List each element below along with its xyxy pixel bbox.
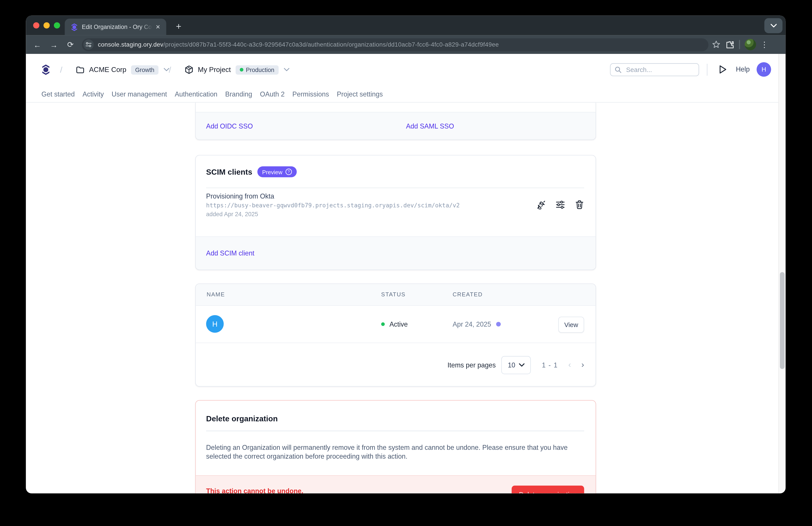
- package-icon: [185, 65, 193, 74]
- tab-project-settings[interactable]: Project settings: [337, 90, 383, 98]
- view-button[interactable]: View: [558, 317, 584, 333]
- environment-badge: Production: [235, 65, 278, 74]
- tab-user-management[interactable]: User management: [112, 90, 167, 98]
- page-size-select[interactable]: 10: [502, 356, 531, 374]
- page-range-label: 1 - 1: [542, 361, 558, 369]
- sso-card: Add OIDC SSO Add SAML SSO: [195, 103, 596, 140]
- preview-badge[interactable]: Preview ?: [258, 166, 297, 177]
- project-switcher[interactable]: My Project Production: [185, 54, 289, 85]
- search-icon: [615, 66, 622, 73]
- run-button[interactable]: [719, 65, 728, 74]
- trash-icon: [575, 200, 584, 209]
- project-nav: Get started Activity User management Aut…: [42, 85, 383, 102]
- help-link[interactable]: Help: [736, 65, 750, 73]
- reload-button[interactable]: ⟳: [63, 37, 78, 52]
- close-window-button[interactable]: [33, 22, 39, 28]
- table-row[interactable]: H Active Apr 24, 2025 View: [196, 305, 596, 343]
- workspace-switcher[interactable]: ACME Corp Growth: [76, 54, 170, 85]
- next-page-button[interactable]: ›: [581, 360, 584, 369]
- pagination: Items per pages 10 1 - 1 ‹ ›: [196, 342, 596, 386]
- close-tab-icon[interactable]: ✕: [154, 23, 162, 31]
- ory-logo[interactable]: [42, 54, 50, 85]
- production-status-dot: [240, 68, 243, 71]
- test-connection-button[interactable]: [536, 199, 547, 211]
- tab-get-started[interactable]: Get started: [42, 90, 75, 98]
- ory-console-page: / ACME Corp Growth / My Project Producti…: [26, 54, 785, 493]
- site-settings-icon: [85, 42, 91, 48]
- tab-search-button[interactable]: [764, 18, 782, 33]
- browser-menu-icon[interactable]: ⋮: [760, 42, 768, 47]
- macos-window-controls: [33, 22, 60, 28]
- sliders-icon: [555, 200, 565, 209]
- browser-tab[interactable]: Edit Organization - Ory Console ✕: [64, 18, 166, 35]
- previous-page-button[interactable]: ‹: [568, 360, 571, 369]
- play-icon: [719, 65, 727, 74]
- page-scrollbar-track[interactable]: [778, 54, 785, 493]
- header-divider: [707, 64, 707, 76]
- column-name: NAME: [206, 291, 225, 297]
- tab-activity[interactable]: Activity: [83, 90, 104, 98]
- project-name: My Project: [198, 66, 231, 73]
- desktop-background: Edit Organization - Ory Console ✕ + ← → …: [0, 0, 812, 526]
- breadcrumb-separator: /: [169, 54, 171, 85]
- new-tab-button[interactable]: +: [172, 20, 185, 34]
- add-saml-sso-link[interactable]: Add SAML SSO: [406, 122, 454, 130]
- search-input[interactable]: [625, 66, 689, 74]
- toolbar-divider: [739, 40, 740, 49]
- plug-icon: [536, 200, 546, 209]
- scim-card-footer: Add SCIM client: [196, 236, 596, 269]
- breadcrumb-separator: /: [60, 54, 62, 85]
- forward-button[interactable]: →: [46, 37, 61, 52]
- url-text: console.staging.ory.dev/projects/d087b7a…: [98, 41, 499, 48]
- tab-title: Edit Organization - Ory Console: [82, 24, 154, 30]
- scim-clients-title: SCIM clients: [206, 167, 252, 176]
- ory-favicon: [71, 23, 78, 31]
- delete-organization-description: Deleting an Organization will permanentl…: [206, 443, 581, 461]
- delete-card-footer: This action cannot be undone. Delete org…: [196, 475, 596, 493]
- minimize-window-button[interactable]: [43, 22, 50, 28]
- site-settings-button[interactable]: [83, 39, 94, 50]
- divider: [206, 188, 584, 188]
- created-indicator-dot: [496, 322, 501, 326]
- sso-card-footer: Add OIDC SSO Add SAML SSO: [196, 112, 596, 139]
- fullscreen-window-button[interactable]: [54, 22, 60, 28]
- table-header: NAME STATUS CREATED: [196, 284, 596, 306]
- divider: [206, 431, 584, 431]
- delete-organization-title: Delete organization: [206, 414, 278, 423]
- delete-organization-button[interactable]: Delete organization: [512, 486, 584, 493]
- global-search[interactable]: [610, 63, 699, 76]
- organization-avatar: H: [206, 315, 224, 333]
- add-scim-client-link[interactable]: Add SCIM client: [206, 249, 255, 257]
- help-circle-icon: ?: [286, 169, 292, 175]
- user-avatar[interactable]: H: [757, 62, 771, 77]
- add-oidc-sso-link[interactable]: Add OIDC SSO: [206, 122, 253, 130]
- browser-actions: ⋮: [712, 39, 768, 51]
- extensions-icon[interactable]: [725, 40, 734, 49]
- browser-tab-strip: Edit Organization - Ory Console ✕ +: [26, 15, 785, 35]
- scim-clients-card: SCIM clients Preview ? Provisioning from…: [195, 155, 596, 270]
- browser-profile-avatar[interactable]: [744, 39, 756, 51]
- page-scrollbar-thumb[interactable]: [780, 272, 784, 369]
- folder-icon: [76, 66, 85, 73]
- workspace-name: ACME Corp: [89, 66, 127, 73]
- console-header: / ACME Corp Growth / My Project Producti…: [26, 54, 785, 85]
- tab-branding[interactable]: Branding: [225, 90, 252, 98]
- tab-authentication[interactable]: Authentication: [175, 90, 217, 98]
- configure-client-button[interactable]: [555, 199, 566, 211]
- irreversible-warning-text: This action cannot be undone.: [206, 487, 303, 493]
- address-bar[interactable]: console.staging.ory.dev/projects/d087b7a…: [82, 38, 709, 51]
- column-created: CREATED: [452, 291, 482, 297]
- plan-badge: Growth: [131, 65, 159, 74]
- chevron-down-icon: [519, 363, 525, 367]
- scim-client-url: https://busy-beaver-gqwvd0fb79.projects.…: [206, 202, 460, 209]
- tab-oauth2[interactable]: OAuth 2: [260, 90, 285, 98]
- chevron-down-icon: [284, 68, 290, 71]
- url-domain: console.staging.ory.dev: [98, 41, 163, 48]
- delete-client-button[interactable]: [574, 199, 585, 211]
- tab-permissions[interactable]: Permissions: [292, 90, 329, 98]
- back-button[interactable]: ←: [30, 37, 45, 52]
- bookmark-star-icon[interactable]: [712, 40, 721, 49]
- created-cell: Apr 24, 2025: [452, 320, 501, 328]
- url-path: /projects/d087b7a1-55f3-440c-a3c9-929564…: [163, 41, 499, 48]
- delete-organization-card: Delete organization Deleting an Organiza…: [195, 400, 596, 493]
